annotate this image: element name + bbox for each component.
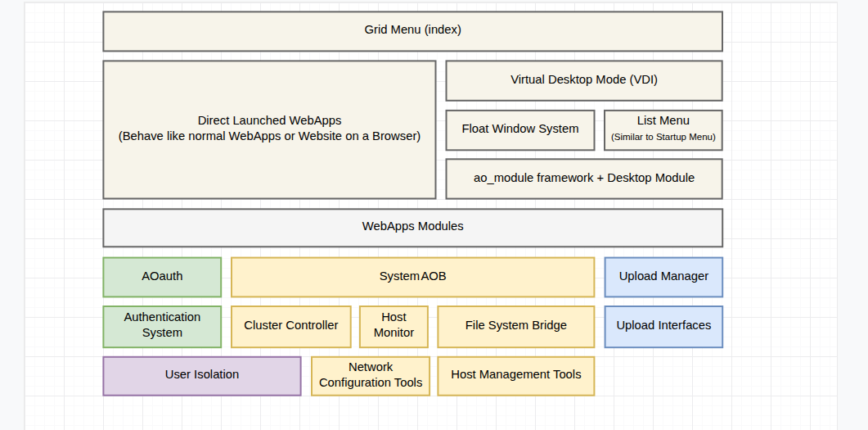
svg-text:Upload Interfaces: Upload Interfaces xyxy=(616,319,711,332)
svg-text:File System Bridge: File System Bridge xyxy=(465,319,567,332)
svg-text:Host: Host xyxy=(381,310,406,324)
svg-text:Direct Launched WebApps: Direct Launched WebApps xyxy=(198,114,342,127)
svg-text:Monitor: Monitor xyxy=(374,326,414,339)
svg-text:Cluster Controller: Cluster Controller xyxy=(244,319,338,332)
svg-text:WebApps Modules: WebApps Modules xyxy=(362,220,464,233)
svg-text:(Similar to Startup Menu): (Similar to Startup Menu) xyxy=(611,132,716,142)
svg-text:Network: Network xyxy=(349,360,394,373)
svg-text:System AOB: System AOB xyxy=(380,269,447,283)
svg-text:Upload Manager: Upload Manager xyxy=(619,269,708,283)
svg-text:List Menu: List Menu xyxy=(637,114,690,127)
svg-text:Grid Menu (index): Grid Menu (index) xyxy=(364,23,461,36)
svg-text:Host Management Tools: Host Management Tools xyxy=(451,368,581,381)
svg-text:System: System xyxy=(142,326,182,339)
svg-text:Virtual Desktop Mode (VDI): Virtual Desktop Mode (VDI) xyxy=(510,73,658,86)
svg-text:Authentication: Authentication xyxy=(124,310,200,324)
svg-text:(Behave like normal WebApps or: (Behave like normal WebApps or Website o… xyxy=(119,129,421,143)
svg-text:ao_module framework + Desktop: ao_module framework + Desktop Module xyxy=(474,171,695,184)
svg-text:Configuration Tools: Configuration Tools xyxy=(319,376,422,389)
svg-text:AOauth: AOauth xyxy=(142,269,182,283)
svg-text:User Isolation: User Isolation xyxy=(165,368,239,381)
svg-text:Float Window System: Float Window System xyxy=(461,122,578,135)
